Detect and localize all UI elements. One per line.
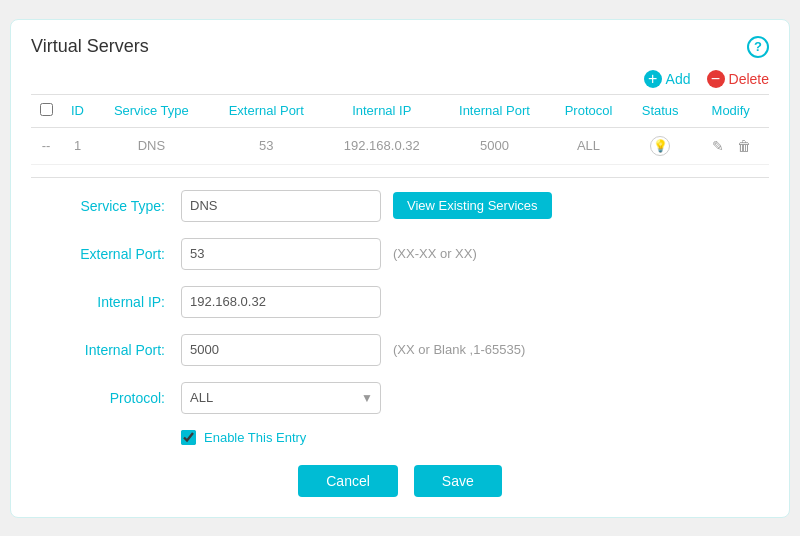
add-button[interactable]: + Add [644, 70, 691, 88]
col-internal-ip: Internal IP [324, 94, 440, 127]
toolbar: + Add − Delete [31, 70, 769, 88]
col-protocol: Protocol [549, 94, 628, 127]
internal-port-row: Internal Port: (XX or Blank ,1-65535) [51, 334, 749, 366]
col-service-type: Service Type [94, 94, 209, 127]
view-existing-services-button[interactable]: View Existing Services [393, 192, 552, 219]
row-internal-ip: 192.168.0.32 [324, 127, 440, 164]
row-external-port: 53 [209, 127, 324, 164]
external-port-label: External Port: [51, 246, 181, 262]
service-type-label: Service Type: [51, 198, 181, 214]
page-title: Virtual Servers [31, 36, 149, 57]
row-id: 1 [61, 127, 94, 164]
internal-port-label: Internal Port: [51, 342, 181, 358]
col-id: ID [61, 94, 94, 127]
edit-form: Service Type: View Existing Services Ext… [31, 190, 769, 497]
select-all-checkbox[interactable] [40, 103, 53, 116]
external-port-row: External Port: (XX-XX or XX) [51, 238, 749, 270]
service-type-row: Service Type: View Existing Services [51, 190, 749, 222]
panel-header: Virtual Servers ? [31, 36, 769, 58]
delete-label: Delete [729, 71, 769, 87]
virtual-servers-panel: Virtual Servers ? + Add − Delete ID Serv… [10, 19, 790, 518]
row-internal-port: 5000 [440, 127, 549, 164]
cancel-button[interactable]: Cancel [298, 465, 398, 497]
services-table: ID Service Type External Port Internal I… [31, 94, 769, 165]
trash-icon[interactable]: 🗑 [734, 136, 754, 156]
external-port-input[interactable] [181, 238, 381, 270]
service-type-input[interactable] [181, 190, 381, 222]
row-protocol: ALL [549, 127, 628, 164]
form-buttons: Cancel Save [51, 465, 749, 497]
help-icon[interactable]: ? [747, 36, 769, 58]
row-service-type: DNS [94, 127, 209, 164]
action-icons: ✎ 🗑 [698, 136, 763, 156]
row-dash: -- [42, 138, 51, 153]
protocol-row: Protocol: ALL TCP UDP TCP/UDP ▼ [51, 382, 749, 414]
add-label: Add [666, 71, 691, 87]
internal-ip-label: Internal IP: [51, 294, 181, 310]
col-external-port: External Port [209, 94, 324, 127]
add-circle-icon: + [644, 70, 662, 88]
row-status: 💡 [628, 127, 692, 164]
col-modify: Modify [692, 94, 769, 127]
save-button[interactable]: Save [414, 465, 502, 497]
delete-circle-icon: − [707, 70, 725, 88]
edit-icon[interactable]: ✎ [708, 136, 728, 156]
divider [31, 177, 769, 178]
header-checkbox-cell [31, 94, 61, 127]
internal-port-input[interactable] [181, 334, 381, 366]
col-internal-port: Internal Port [440, 94, 549, 127]
enable-checkbox[interactable] [181, 430, 196, 445]
delete-button[interactable]: − Delete [707, 70, 769, 88]
internal-ip-row: Internal IP: [51, 286, 749, 318]
protocol-select[interactable]: ALL TCP UDP TCP/UDP [181, 382, 381, 414]
enable-label: Enable This Entry [204, 430, 306, 445]
external-port-hint: (XX-XX or XX) [393, 246, 477, 261]
status-light-icon: 💡 [650, 136, 670, 156]
row-modify: ✎ 🗑 [692, 127, 769, 164]
table-header-row: ID Service Type External Port Internal I… [31, 94, 769, 127]
col-status: Status [628, 94, 692, 127]
internal-port-hint: (XX or Blank ,1-65535) [393, 342, 525, 357]
internal-ip-input[interactable] [181, 286, 381, 318]
protocol-label: Protocol: [51, 390, 181, 406]
enable-row: Enable This Entry [181, 430, 749, 445]
table-row: -- 1 DNS 53 192.168.0.32 5000 ALL 💡 ✎ 🗑 [31, 127, 769, 164]
protocol-select-wrapper: ALL TCP UDP TCP/UDP ▼ [181, 382, 381, 414]
row-select-cell: -- [31, 127, 61, 164]
